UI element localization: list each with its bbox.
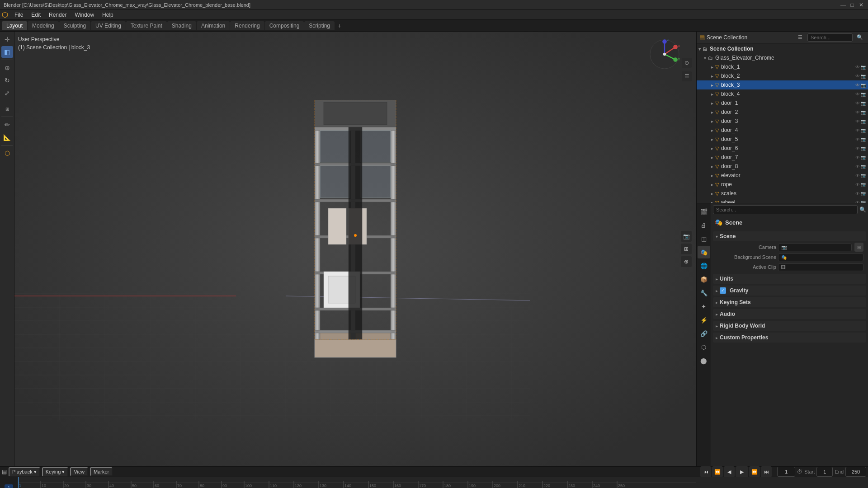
outliner-item-door2[interactable]: ▸ ▽ door_2 👁 📷 [697, 108, 868, 117]
camera-select-button[interactable]: ⊞ [854, 243, 863, 252]
view-all-button[interactable]: ⊞ [681, 244, 692, 254]
door7-render-icon[interactable]: 📷 [861, 155, 866, 160]
background-scene-value[interactable]: 🎭 [778, 253, 863, 261]
outliner-main-group[interactable]: ▾ 🗂 Glass_Elevator_Chrome [697, 53, 868, 62]
tab-sculpting[interactable]: Sculpting [59, 21, 90, 30]
tab-animation[interactable]: Animation [197, 21, 230, 30]
custom-props-header[interactable]: ▸ Custom Properties [713, 333, 866, 343]
play-button[interactable]: ▶ [736, 466, 748, 477]
outliner-item-door3[interactable]: ▸ ▽ door_3 👁 📷 [697, 117, 868, 126]
close-button[interactable]: ✕ [858, 2, 864, 8]
toggle-ortho-button[interactable]: ☰ [682, 71, 692, 81]
prop-tab-render[interactable]: 🎬 [698, 205, 710, 218]
3d-viewport[interactable]: Object Mode ▾ View Select Add Object ⊕ G… [14, 32, 696, 466]
tab-rendering[interactable]: Rendering [230, 21, 264, 30]
door3-visible-icon[interactable]: 👁 [855, 119, 860, 124]
door6-visible-icon[interactable]: 👁 [855, 146, 860, 151]
cursor-snap-button[interactable]: ⊕ [681, 256, 692, 267]
timeline-ruler[interactable]: 1 1 10 20 30 40 50 60 70 [0, 477, 868, 488]
door8-render-icon[interactable]: 📷 [861, 164, 866, 169]
rope-visible-icon[interactable]: 👁 [855, 182, 860, 187]
door7-visible-icon[interactable]: 👁 [855, 155, 860, 160]
door6-render-icon[interactable]: 📷 [861, 146, 866, 151]
next-keyframe-button[interactable]: ⏩ [749, 466, 760, 477]
prop-tab-modifiers[interactable]: 🔧 [698, 286, 710, 299]
door1-visible-icon[interactable]: 👁 [855, 101, 860, 106]
outliner-filter-button[interactable]: ☰ [795, 32, 806, 43]
block4-visible-icon[interactable]: 👁 [855, 92, 860, 97]
door1-render-icon[interactable]: 📷 [861, 101, 866, 106]
scales-render-icon[interactable]: 📷 [861, 191, 866, 196]
audio-section-header[interactable]: ▸ Audio [713, 309, 866, 319]
units-section-header[interactable]: ▸ Units [713, 274, 866, 284]
prop-tab-particles[interactable]: ✦ [698, 300, 710, 313]
prop-tab-data[interactable]: ⬡ [698, 341, 710, 353]
prev-keyframe-button[interactable]: ⏪ [712, 466, 723, 477]
prop-tab-constraints[interactable]: 🔗 [698, 327, 710, 340]
door8-visible-icon[interactable]: 👁 [855, 164, 860, 169]
elevator-render-icon[interactable]: 📷 [861, 173, 866, 178]
outliner-item-door4[interactable]: ▸ ▽ door_4 👁 📷 [697, 126, 868, 135]
outliner-item-block2[interactable]: ▸ ▽ block_2 👁 📷 [697, 71, 868, 80]
transform-tool-button[interactable]: ⊞ [1, 103, 13, 115]
tab-uv-editing[interactable]: UV Editing [91, 21, 126, 30]
view-menu-button[interactable]: View [70, 467, 88, 476]
tab-modeling[interactable]: Modeling [28, 21, 59, 30]
prop-tab-view-layer[interactable]: ◫ [698, 232, 710, 245]
outliner-item-block4[interactable]: ▸ ▽ block_4 👁 📷 [697, 89, 868, 99]
current-frame-input[interactable]: 1 [777, 467, 795, 477]
tab-compositing[interactable]: Compositing [265, 21, 304, 30]
properties-search-input[interactable] [713, 205, 858, 214]
outliner-scene-collection[interactable]: ▾ 🗂 Scene Collection [697, 44, 868, 53]
tab-texture-paint[interactable]: Texture Paint [126, 21, 167, 30]
outliner-sort-button[interactable]: 🔍 [854, 32, 865, 43]
start-frame-input[interactable]: 1 [816, 467, 833, 477]
prop-tab-world[interactable]: 🌐 [698, 259, 710, 272]
jump-end-button[interactable]: ⏭ [761, 466, 772, 477]
measure-tool-button[interactable]: 📐 [1, 131, 13, 143]
active-clip-value[interactable]: 🎞 [778, 263, 863, 271]
block3-render-icon[interactable]: 📷 [861, 83, 866, 88]
annotate-tool-button[interactable]: ✏ [1, 119, 13, 131]
wheel-visible-icon[interactable]: 👁 [855, 200, 860, 203]
scale-tool-button[interactable]: ⤢ [1, 87, 13, 99]
block4-render-icon[interactable]: 📷 [861, 92, 866, 97]
block1-visible-icon[interactable]: 👁 [855, 65, 860, 70]
rigid-body-header[interactable]: ▸ Rigid Body World [713, 321, 866, 331]
playback-menu-button[interactable]: Playback ▾ [9, 467, 40, 477]
outliner-item-wheel[interactable]: ▸ ▽ wheel 👁 📷 [697, 198, 868, 203]
block1-render-icon[interactable]: 📷 [861, 65, 866, 70]
block3-visible-icon[interactable]: 👁 [855, 83, 860, 88]
rope-render-icon[interactable]: 📷 [861, 182, 866, 187]
door4-render-icon[interactable]: 📷 [861, 128, 866, 133]
prop-tab-object[interactable]: 📦 [698, 273, 710, 286]
tab-shading[interactable]: Shading [167, 21, 196, 30]
gravity-checkbox[interactable]: ✓ [720, 287, 726, 294]
outliner-item-elevator[interactable]: ▸ ▽ elevator 👁 📷 [697, 171, 868, 180]
door3-render-icon[interactable]: 📷 [861, 119, 866, 124]
add-workspace-button[interactable]: + [335, 21, 344, 31]
outliner-item-door1[interactable]: ▸ ▽ door_1 👁 📷 [697, 99, 868, 108]
cursor-tool-button[interactable]: ✛ [1, 33, 13, 45]
rotate-tool-button[interactable]: ↻ [1, 75, 13, 86]
animation-timeline[interactable]: 1 1 10 20 30 40 50 60 70 [0, 477, 868, 488]
end-frame-input[interactable]: 250 [845, 467, 866, 477]
zoom-extents-button[interactable]: ⊙ [682, 58, 692, 68]
menu-item-window[interactable]: Window [71, 11, 98, 19]
door5-visible-icon[interactable]: 👁 [855, 137, 860, 142]
wheel-render-icon[interactable]: 📷 [861, 200, 866, 203]
door2-render-icon[interactable]: 📷 [861, 110, 866, 115]
view-camera-button[interactable]: 📷 [681, 231, 692, 242]
door4-visible-icon[interactable]: 👁 [855, 128, 860, 133]
menu-item-render[interactable]: Render [45, 11, 70, 19]
prop-tab-scene[interactable]: 🎭 [698, 246, 710, 258]
tab-scripting[interactable]: Scripting [304, 21, 335, 30]
scales-visible-icon[interactable]: 👁 [855, 191, 860, 196]
marker-menu-button[interactable]: Marker [90, 467, 113, 476]
outliner-item-door7[interactable]: ▸ ▽ door_7 👁 📷 [697, 153, 868, 162]
menu-item-file[interactable]: File [11, 11, 27, 19]
jump-start-button[interactable]: ⏮ [700, 466, 711, 477]
menu-item-help[interactable]: Help [99, 11, 117, 19]
outliner-item-door5[interactable]: ▸ ▽ door_5 👁 📷 [697, 135, 868, 144]
play-reverse-button[interactable]: ◀ [724, 466, 735, 477]
